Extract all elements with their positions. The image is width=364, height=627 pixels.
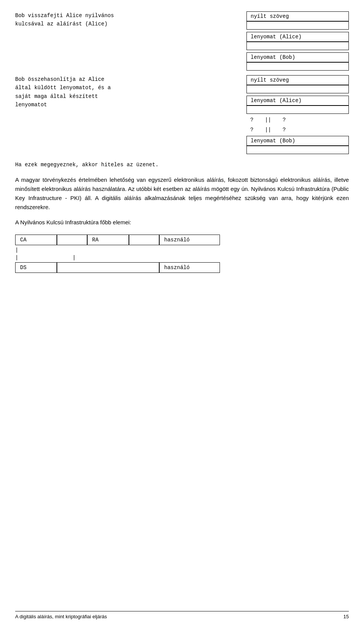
pki-cell-blank-lg [57,262,159,273]
diagram2-section: Bob összehasonlítja az Alice által küldö… [15,75,349,154]
diagram1-left: Bob visszafejti Alice nyilvános kulcsáva… [15,11,246,71]
box-lenyomat-bob-2-blank [246,146,349,154]
match-line: Ha ezek megegyeznek, akkor hiteles az üz… [15,162,349,168]
diagram2-text-line3: saját maga által készített [15,93,98,99]
diagram2-left: Bob összehasonlítja az Alice által küldö… [15,75,246,154]
pki-cell-hasznalo1: használó [159,235,220,245]
box-lenyomat-bob-1-blank [246,62,349,71]
qmark-right-2: ? [282,127,286,133]
diagram2-text-line4: lenyomatot [15,102,47,108]
pki-cell-ds: DS [15,262,57,273]
box-lenyomat-alice-1-label: lenyomat (Alice) [246,32,349,42]
pki-connectors: || | [15,247,349,262]
pki-heading: A Nyilvános Kulcsú Infrastruktúra főbb e… [15,218,349,227]
diagram2-text-line1: Bob összehasonlítja az Alice [15,76,104,82]
pipe-separator-2: || [265,127,271,133]
diagram1-right: nyílt szöveg lenyomat (Alice) lenyomat (… [246,11,349,71]
pki-cell-blank2 [129,235,159,245]
pki-elements-diagram: CA RA használó || | DS használó [15,235,349,273]
diagram1-section: Bob visszafejti Alice nyilvános kulcsáva… [15,11,349,71]
box-lenyomat-alice-2-label: lenyomat (Alice) [246,96,349,106]
box-lenyomat-alice-1: lenyomat (Alice) [246,32,349,50]
qmark-right-1: ? [282,117,286,123]
box-lenyomat-bob-2: lenyomat (Bob) [246,136,349,154]
page-content: Bob visszafejti Alice nyilvános kulcsáva… [15,11,349,282]
pipe-separator-1: || [265,117,271,123]
box-nyilt-szoveg-2-label: nyílt szöveg [246,75,349,85]
pki-cell-ra: RA [87,235,129,245]
footer-left: A digitális aláírás, mint kriptográfiai … [15,614,107,619]
pki-vert-line: || | [15,247,87,262]
box-lenyomat-alice-2: lenyomat (Alice) [246,96,349,114]
box-lenyomat-alice-2-blank [246,106,349,114]
question-marks-2: ? || ? [246,126,349,134]
pki-row2: DS használó [15,262,349,273]
qmark-left-1: ? [250,117,253,123]
pki-cell-blank1 [57,235,87,245]
question-marks: ? || ? [246,116,349,124]
diagram1-text-line1: Bob visszafejti Alice nyilvános [15,13,114,19]
box-nyilt-szoveg-1-label: nyílt szöveg [246,11,349,21]
box-lenyomat-bob-1: lenyomat (Bob) [246,52,349,71]
pki-cell-hasznalo2: használó [159,262,220,273]
box-nyilt-szoveg-1-blank [246,21,349,30]
footer: A digitális aláírás, mint kriptográfiai … [15,611,349,619]
qmark-left-2: ? [250,127,253,133]
footer-right: 15 [344,614,349,619]
box-nyilt-szoveg-2: nyílt szöveg [246,75,349,93]
diagram1-text-line2: kulcsával az aláírást (Alice) [15,21,108,27]
pki-row1: CA RA használó [15,235,349,245]
box-nyilt-szoveg-1: nyílt szöveg [246,11,349,30]
pki-cell-ca: CA [15,235,57,245]
box-lenyomat-bob-1-label: lenyomat (Bob) [246,52,349,62]
box-nyilt-szoveg-2-blank [246,85,349,93]
paragraph1: A magyar törvénykezés értelmében lehetős… [15,175,349,212]
diagram2-right: nyílt szöveg lenyomat (Alice) ? || ? ? |… [246,75,349,154]
box-lenyomat-bob-2-label: lenyomat (Bob) [246,136,349,146]
box-lenyomat-alice-1-blank [246,42,349,50]
diagram2-text-line2: által küldött lenyomatot, és a [15,85,111,91]
